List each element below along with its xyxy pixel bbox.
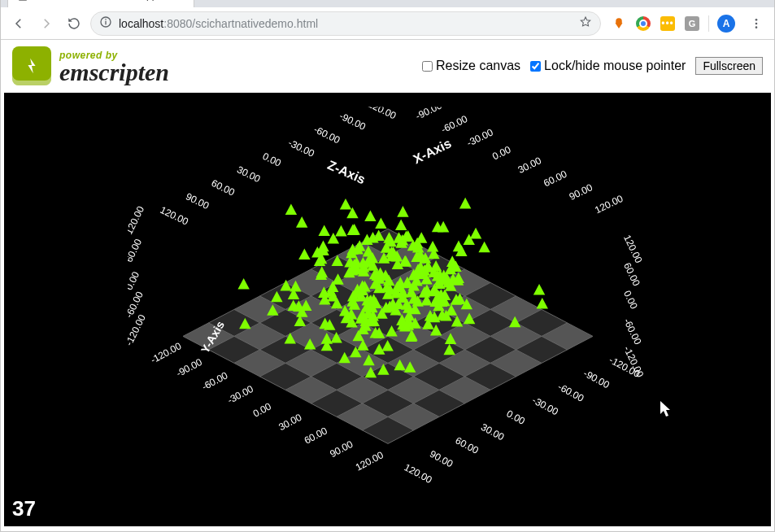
svg-text:120.00: 120.00 <box>593 192 625 216</box>
svg-point-5 <box>755 22 758 24</box>
lock-mouse-option[interactable]: Lock/hide mouse pointer <box>530 59 686 73</box>
svg-text:90.00: 90.00 <box>328 438 355 460</box>
extension-dots-icon[interactable]: ••• <box>660 15 676 32</box>
lock-mouse-checkbox[interactable] <box>530 61 541 72</box>
svg-text:0.00: 0.00 <box>260 150 282 168</box>
svg-text:30.00: 30.00 <box>479 421 506 443</box>
svg-marker-276 <box>339 198 350 210</box>
tab-close-button[interactable] <box>172 0 185 2</box>
svg-text:120.00: 120.00 <box>158 203 189 227</box>
svg-marker-103 <box>298 248 310 259</box>
svg-point-6 <box>755 26 758 28</box>
svg-text:120.00: 120.00 <box>128 203 146 235</box>
new-tab-button[interactable] <box>199 0 222 6</box>
svg-text:120.00: 120.00 <box>621 233 645 264</box>
svg-text:30.00: 30.00 <box>235 164 262 185</box>
svg-marker-334 <box>335 225 346 236</box>
browser-menu-button[interactable] <box>745 12 768 35</box>
svg-text:0.00: 0.00 <box>621 288 640 310</box>
resize-canvas-checkbox[interactable] <box>422 61 433 72</box>
svg-text:-60.00: -60.00 <box>311 123 342 146</box>
mouse-cursor-icon <box>660 401 673 421</box>
svg-marker-180 <box>375 217 386 229</box>
url-path: /scichartnativedemo.html <box>192 17 318 30</box>
svg-marker-99 <box>237 277 249 289</box>
svg-marker-116 <box>536 297 547 308</box>
url-text: localhost:8080/scichartnativedemo.html <box>119 17 573 30</box>
svg-rect-3 <box>105 19 106 20</box>
svg-marker-283 <box>394 219 406 230</box>
site-info-icon[interactable] <box>99 15 112 31</box>
page-content: powered by emscripten Resize canvas Lock… <box>1 40 774 531</box>
canvas-container: X-AxisZ-AxisY-Axis-120.00-90.00-60.00-30… <box>1 92 774 531</box>
browser-tab[interactable]: Sci chart 2D / 3D Native app sam... <box>7 0 194 7</box>
svg-text:60.00: 60.00 <box>542 168 568 189</box>
forward-button[interactable] <box>35 12 58 35</box>
svg-text:0.00: 0.00 <box>250 400 272 419</box>
svg-marker-132 <box>364 210 376 221</box>
svg-text:90.00: 90.00 <box>184 190 211 211</box>
svg-text:-90.00: -90.00 <box>413 107 443 122</box>
svg-text:-30.00: -30.00 <box>286 137 316 159</box>
tab-favicon-icon <box>16 0 29 2</box>
svg-text:30.00: 30.00 <box>276 411 303 433</box>
extension-icon-1[interactable] <box>611 15 627 32</box>
svg-text:-30.00: -30.00 <box>225 382 255 405</box>
extension-chrome-icon[interactable] <box>635 15 651 32</box>
svg-text:X-Axis: X-Axis <box>411 136 453 166</box>
svg-text:-60.00: -60.00 <box>439 112 469 135</box>
svg-text:-30.00: -30.00 <box>464 126 494 149</box>
svg-text:-120.00: -120.00 <box>148 340 183 366</box>
svg-text:-30.00: -30.00 <box>530 394 560 416</box>
resize-canvas-label: Resize canvas <box>436 59 520 73</box>
back-button[interactable] <box>7 12 30 35</box>
extension-icons: ••• G A <box>606 15 740 33</box>
svg-text:120.00: 120.00 <box>353 449 385 473</box>
svg-text:-60.00: -60.00 <box>199 369 229 392</box>
address-bar[interactable]: localhost:8080/scichartnativedemo.html <box>90 11 601 36</box>
url-host: localhost <box>119 17 163 30</box>
svg-text:-90.00: -90.00 <box>174 355 204 378</box>
svg-text:-60.00: -60.00 <box>621 316 644 347</box>
svg-text:60.00: 60.00 <box>302 425 329 447</box>
scatter-chart-3d[interactable]: X-AxisZ-AxisY-Axis-120.00-90.00-60.00-30… <box>128 107 648 497</box>
webgl-canvas[interactable]: X-AxisZ-AxisY-Axis-120.00-90.00-60.00-30… <box>4 93 771 526</box>
tab-title: Sci chart 2D / 3D Native app sam... <box>34 0 168 1</box>
svg-marker-302 <box>295 216 307 228</box>
svg-text:0.00: 0.00 <box>128 269 142 291</box>
url-port: :8080 <box>163 17 192 30</box>
emscripten-header: powered by emscripten Resize canvas Lock… <box>1 40 774 92</box>
tab-bar: Sci chart 2D / 3D Native app sam... <box>1 0 774 7</box>
svg-marker-113 <box>318 225 329 236</box>
fps-counter: 37 <box>12 496 36 521</box>
svg-text:Z-Axis: Z-Axis <box>325 157 368 185</box>
svg-text:-120.00: -120.00 <box>363 107 398 121</box>
svg-marker-146 <box>459 197 470 208</box>
svg-text:120.00: 120.00 <box>402 461 433 486</box>
svg-text:60.00: 60.00 <box>621 260 642 287</box>
extension-separator <box>708 15 709 32</box>
profile-avatar[interactable]: A <box>717 15 735 33</box>
svg-text:-90.00: -90.00 <box>581 367 612 390</box>
svg-text:60.00: 60.00 <box>209 177 236 198</box>
brand-name: emscripten <box>59 61 169 83</box>
svg-text:-60.00: -60.00 <box>555 381 586 403</box>
browser-toolbar: localhost:8080/scichartnativedemo.html •… <box>1 7 774 40</box>
svg-marker-129 <box>397 206 408 217</box>
brand-block: powered by emscripten <box>59 50 169 83</box>
svg-marker-241 <box>317 240 329 251</box>
svg-text:-90.00: -90.00 <box>337 110 368 133</box>
svg-text:60.00: 60.00 <box>128 237 144 264</box>
lock-mouse-label: Lock/hide mouse pointer <box>544 59 686 73</box>
reload-button[interactable] <box>63 12 85 35</box>
fullscreen-button[interactable]: Fullscreen <box>695 57 763 75</box>
bookmark-star-icon[interactable] <box>579 15 592 31</box>
svg-text:30.00: 30.00 <box>516 155 542 176</box>
svg-rect-2 <box>105 21 106 25</box>
svg-marker-282 <box>469 227 481 238</box>
emscripten-logo-icon <box>12 46 51 85</box>
extension-g-icon[interactable]: G <box>684 15 700 32</box>
svg-point-4 <box>755 19 758 21</box>
canvas-options: Resize canvas Lock/hide mouse pointer Fu… <box>422 57 763 75</box>
resize-canvas-option[interactable]: Resize canvas <box>422 59 520 73</box>
